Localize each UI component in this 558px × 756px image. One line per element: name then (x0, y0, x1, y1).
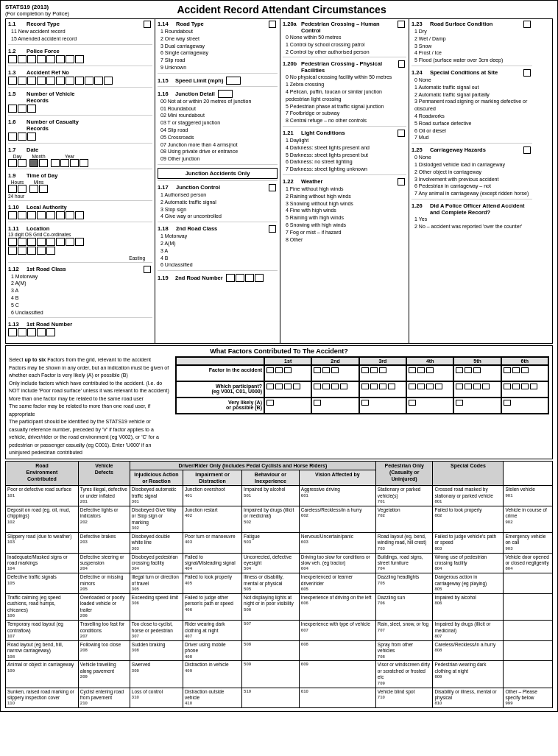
record-type-checkbox[interactable] (144, 21, 151, 28)
vehicle-records-input (8, 105, 152, 113)
col-pedestrian: Pedestrian Only(Casualty orUninjured) (375, 461, 433, 485)
table-cell: Poor or defective road surface101 (6, 486, 79, 506)
2nd-road-class-checkbox[interactable] (269, 225, 276, 233)
location-label: Location (27, 225, 49, 232)
table-row: Defective traffic signals105Defective or… (6, 573, 553, 594)
casualty-records-input (8, 133, 152, 141)
table-cell: Vehicle travelling along pavement209 (78, 661, 130, 688)
table-cell: Impaired by alcohol806 (433, 593, 504, 620)
field-casualty-records: 1.6 Number of CasualtyRecords (8, 119, 152, 144)
light-conditions-checkbox[interactable] (398, 130, 405, 137)
table-cell: 509 (242, 661, 300, 688)
table-cell: Defective or missing mirrors205 (78, 573, 130, 594)
road-class-checkbox[interactable] (144, 266, 151, 273)
table-cell: Driving too slow for conditions or slow … (299, 553, 375, 573)
table-cell: Disobeyed pedestrian crossing facility30… (130, 553, 183, 573)
table-cell: Too close to cyclist, horse or pedestria… (130, 621, 183, 641)
field-time-of-day: 1.9 Time of Day Hours Mins (8, 172, 152, 201)
sub-vision: Vision Affected by (299, 470, 375, 485)
stats-label: STATS19 (2013) (5, 4, 69, 10)
accident-ref-label: Accident Ref No (27, 69, 69, 76)
field-light-conditions: 1.21 Light Conditions 1 Daylight 4 Darkn… (283, 130, 406, 175)
record-type-options: 11 New accident record 15 Amended accide… (8, 28, 152, 43)
special-conditions-checkbox[interactable] (523, 69, 531, 77)
table-row: Road layout (eg bend, hill, narrow carri… (6, 640, 553, 661)
table-cell: Road layout (eg. bend, winding road, hil… (375, 532, 433, 553)
table-cell: Junction restart402 (183, 506, 242, 532)
casualty-records-label: Number of CasualtyRecords (27, 119, 79, 132)
speed-limit-input[interactable] (226, 77, 241, 85)
field-1st-road-number: 1.13 1st Road Number (8, 321, 152, 339)
road-type-label: Road Type (176, 21, 204, 27)
table-cell: Aggressive driving601 (299, 486, 375, 506)
table-cell: Other – Please specify below999 (504, 688, 553, 708)
junction-control-checkbox[interactable] (269, 184, 276, 191)
table-cell: Rain, sleet, snow, or fog707 (375, 621, 433, 641)
table-cell (504, 661, 553, 688)
table-cell: Cyclist entering road from pavement210 (78, 688, 130, 708)
road-surface-label: Road Surface Condition (430, 21, 492, 27)
table-cell: Impaired by alcohol501 (242, 486, 300, 506)
junction-detail-input[interactable] (218, 90, 233, 98)
date-label: Date (27, 146, 38, 153)
carriageway-hazards-label: Carriageway Hazards (430, 146, 486, 153)
table-cell: Not displaying lights at night or in poo… (242, 593, 300, 620)
vehicle-records-label: Number of VehicleRecords (27, 91, 74, 104)
special-conditions-label: Special Conditions at Site (430, 69, 498, 76)
bottom-table: RoadEnvironmentContributed VehicleDefect… (5, 461, 553, 708)
header: STATS19 (2013) (For completion by Police… (5, 4, 553, 17)
road-class-options: 1 Motorway 2 A(M) 3 A 4 B 5 C 6 Unclassi… (8, 273, 152, 317)
carriageway-hazards-checkbox[interactable] (523, 146, 531, 154)
field-location: 1.11 Location 13 digit OS Grid Co-ordina… (8, 225, 152, 263)
date-month-1[interactable] (29, 159, 38, 167)
table-cell: Disobeyed Give Way or Stop sign or marki… (130, 506, 183, 532)
table-cell: Uncorrected, defective eyesight504 (242, 553, 300, 573)
field-road-type: 1.14 Road Type 1 Roundabout 2 One way st… (158, 21, 278, 74)
table-row: Inadequate/Masked signs or road markings… (6, 553, 553, 573)
junction-accidents-header: Junction Accidents Only (158, 168, 278, 181)
field-road-surface: 1.23 Road Surface Condition 1 Dry 2 Wet … (412, 21, 532, 66)
local-authority-label: Local Authority (27, 204, 67, 211)
2nd-road-number-label: 2nd Road Number (175, 275, 223, 281)
police-force-input (8, 55, 152, 63)
field-vehicle-records: 1.5 Number of VehicleRecords (8, 91, 152, 116)
table-cell: Travelling too fast for conditions207 (78, 621, 130, 641)
factors-grid-container: 1st 2nd 3rd 4th 5th 6th Factor in the ac… (175, 356, 549, 457)
field-police-force: 1.2 Police Force (8, 48, 152, 66)
table-row: Sunken, raised road marking or slippery … (6, 688, 553, 708)
table-row: Poor or defective road surface101Tyres i… (6, 486, 553, 506)
col1: 1.1 Record Type 11 New accident record 1… (6, 19, 155, 343)
table-cell: Defective steering or suspension204 (78, 553, 130, 573)
table-cell: Inexperienced or learner driver/rider605 (299, 573, 375, 594)
weather-checkbox[interactable] (398, 178, 405, 186)
road-type-checkbox[interactable] (269, 21, 276, 28)
road-class-label: 1st Road Class (27, 266, 66, 272)
table-cell: Sudden braking308 (130, 640, 183, 661)
field-police-attend: 1.26 Did A Police Officer Attend Acciden… (412, 202, 532, 232)
col-special-codes: Special Codes (433, 461, 504, 485)
table-cell: Stationary or parked vehicle(s)701 (375, 486, 433, 506)
table-cell (504, 573, 553, 594)
table-cell: Inexperience of driving on the left606 (299, 593, 375, 620)
table-cell: Illegal turn or direction of travel305 (130, 573, 183, 594)
field-record-type: 1.1 Record Type 11 New accident record 1… (8, 21, 152, 45)
road-surface-checkbox[interactable] (523, 21, 531, 28)
field-special-conditions: 1.24 Special Conditions at Site 0 None 1… (412, 69, 532, 144)
table-cell: Temporary road layout (eg contraflow)107 (6, 621, 79, 641)
junction-control-label: Junction Control (176, 184, 220, 191)
ped-crossing-physical-checkbox[interactable] (398, 60, 405, 68)
factors-instructions: Select up to six Factors from the grid, … (9, 356, 171, 457)
table-cell (504, 640, 553, 661)
table-cell: Dazzling headlights705 (375, 573, 433, 594)
table-cell: Tyres illegal, defective or under inflat… (78, 486, 130, 506)
table-cell: Distraction in vehicle409 (183, 661, 242, 688)
table-cell: Sunken, raised road marking or slippery … (6, 688, 79, 708)
ped-crossing-human-checkbox[interactable] (398, 21, 405, 28)
table-cell: Following too close208 (78, 640, 130, 661)
2nd-road-class-label: 2nd Road Class (176, 225, 217, 232)
table-cell: Vehicle blind spot710 (375, 688, 433, 708)
factors-title: What Factors Contributed To The Accident… (9, 347, 549, 355)
table-cell: Failed to signal/Misleading signal404 (183, 553, 242, 573)
table-cell (504, 593, 553, 620)
time-label: Time of Day (27, 172, 57, 179)
